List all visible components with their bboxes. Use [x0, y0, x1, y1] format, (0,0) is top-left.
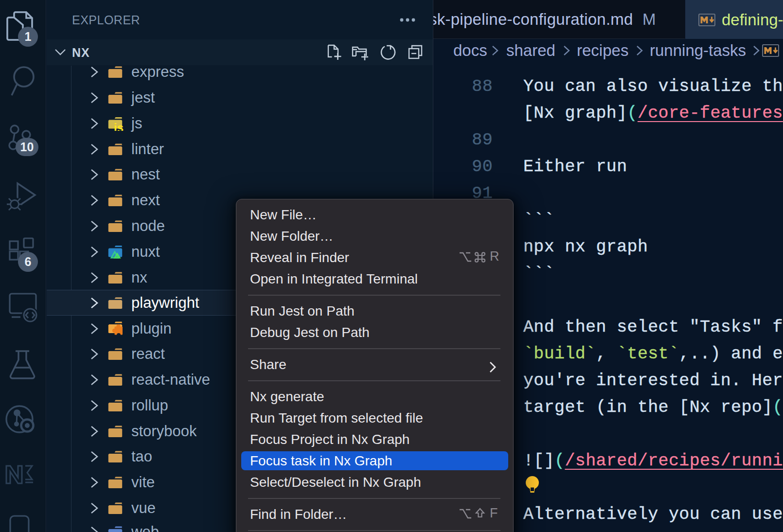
svg-text:js: js	[113, 121, 124, 131]
svg-text:F: F	[490, 508, 498, 520]
svg-text:R: R	[490, 251, 499, 264]
